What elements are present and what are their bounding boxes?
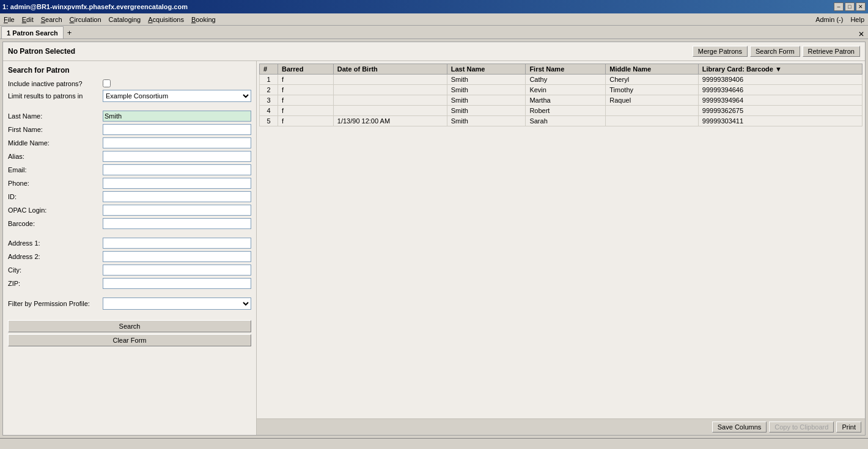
cell-barred: f [278,106,334,116]
cell-last: Smith [447,116,526,126]
results-table: # Barred Date of Birth Last Name First N… [259,64,862,126]
minimize-button[interactable]: – [834,2,844,11]
cell-num: 3 [260,95,278,106]
middle-name-row: Middle Name: [8,137,251,148]
title-bar-controls: – □ ✕ [834,2,866,11]
copy-clipboard-button[interactable]: Copy to Clipboard [769,422,834,433]
cell-first: Martha [526,95,606,106]
zip-row: ZIP: [8,278,251,289]
retrieve-patron-button[interactable]: Retrieve Patron [803,46,860,57]
city-label: City: [8,266,103,274]
menu-booking[interactable]: Booking [188,15,219,24]
cell-dob [333,95,447,106]
address1-row: Address 1: [8,238,251,249]
include-inactive-label: Include inactive patrons? [8,80,103,87]
menu-acquisitions[interactable]: Acquisitions [144,15,188,24]
filter-label: Filter by Permission Profile: [8,300,103,307]
bottom-toolbar: Save Columns Copy to Clipboard Print [257,418,865,435]
alias-input[interactable] [103,151,251,162]
address1-input[interactable] [103,238,251,249]
limit-results-label: Limit results to patrons in [8,92,103,100]
cell-barcode: 99999362675 [698,106,862,116]
clear-form-button[interactable]: Clear Form [8,334,251,346]
limit-results-row: Limit results to patrons in Example Cons… [8,90,251,102]
include-inactive-checkbox[interactable] [103,79,111,87]
title-bar-text: 1: admin@BR1-winxpvmfx.phasefx.evergreen… [2,3,188,10]
cell-barred: f [278,95,334,106]
header-buttons: Merge Patrons Search Form Retrieve Patro… [693,46,860,57]
id-input[interactable] [103,191,251,202]
cell-last: Smith [447,85,526,95]
opac-login-label: OPAC Login: [8,206,103,214]
cell-middle: Raquel [606,95,699,106]
address2-input[interactable] [103,251,251,262]
city-row: City: [8,265,251,276]
close-button[interactable]: ✕ [856,2,866,11]
last-name-input[interactable] [103,111,251,122]
first-name-row: First Name: [8,124,251,135]
menu-bar: File Edit Search Circulation Cataloging … [0,13,868,26]
limit-results-select[interactable]: Example Consortium [103,90,251,102]
col-header-barred[interactable]: Barred [278,64,334,75]
tab-patron-search[interactable]: 1 Patron Search [1,26,64,38]
col-header-middle[interactable]: Middle Name [606,64,699,75]
menu-file[interactable]: File [0,15,18,24]
results-tbody: 1 f Smith Cathy Cheryl 99999389406 2 f S… [260,75,862,126]
cell-last: Smith [447,75,526,85]
table-row[interactable]: 5 f 1/13/90 12:00 AM Smith Sarah 9999930… [260,116,862,126]
col-header-dob[interactable]: Date of Birth [333,64,447,75]
opac-login-input[interactable] [103,205,251,216]
include-inactive-row: Include inactive patrons? [8,79,251,87]
cell-num: 5 [260,116,278,126]
cell-barred: f [278,85,334,95]
cell-num: 4 [260,106,278,116]
left-panel: Search for Patron Include inactive patro… [3,61,257,435]
menu-search[interactable]: Search [37,15,66,24]
maximize-button[interactable]: □ [845,2,855,11]
barcode-input[interactable] [103,218,251,229]
print-button[interactable]: Print [836,422,861,433]
table-row[interactable]: 3 f Smith Martha Raquel 99999394964 [260,95,862,106]
cell-middle: Timothy [606,85,699,95]
search-form-title: Search for Patron [8,66,251,75]
opac-login-row: OPAC Login: [8,205,251,216]
search-form-button[interactable]: Search Form [750,46,800,57]
cell-barcode: 99999394964 [698,95,862,106]
merge-patrons-button[interactable]: Merge Patrons [693,46,748,57]
table-row[interactable]: 4 f Smith Robert 99999362675 [260,106,862,116]
tab-add-button[interactable]: + [64,26,76,38]
phone-row: Phone: [8,178,251,189]
admin-menu[interactable]: Admin (-) [812,15,847,24]
cell-dob [333,75,447,85]
table-row[interactable]: 2 f Smith Kevin Timothy 99999394646 [260,85,862,95]
cell-barred: f [278,116,334,126]
cell-middle [606,106,699,116]
search-button[interactable]: Search [8,320,251,332]
middle-name-input[interactable] [103,137,251,148]
email-input[interactable] [103,164,251,175]
cell-last: Smith [447,95,526,106]
cell-num: 1 [260,75,278,85]
menu-edit[interactable]: Edit [18,15,37,24]
col-header-barcode[interactable]: Library Card: Barcode ▼ [698,64,862,75]
cell-first: Sarah [526,116,606,126]
col-header-first[interactable]: First Name [526,64,606,75]
first-name-input[interactable] [103,124,251,135]
col-header-last[interactable]: Last Name [447,64,526,75]
help-menu[interactable]: Help [847,15,868,24]
alias-label: Alias: [8,153,103,160]
cell-dob [333,85,447,95]
menu-circulation[interactable]: Circulation [66,15,105,24]
cell-barcode: 99999389406 [698,75,862,85]
first-name-label: First Name: [8,126,103,133]
phone-input[interactable] [103,178,251,189]
col-header-num[interactable]: # [260,64,278,75]
city-input[interactable] [103,265,251,276]
save-columns-button[interactable]: Save Columns [712,422,767,433]
filter-select[interactable] [103,298,251,310]
menu-cataloging[interactable]: Cataloging [105,15,145,24]
tab-close-button[interactable]: ✕ [858,30,867,38]
zip-input[interactable] [103,278,251,289]
table-row[interactable]: 1 f Smith Cathy Cheryl 99999389406 [260,75,862,85]
address2-row: Address 2: [8,251,251,262]
